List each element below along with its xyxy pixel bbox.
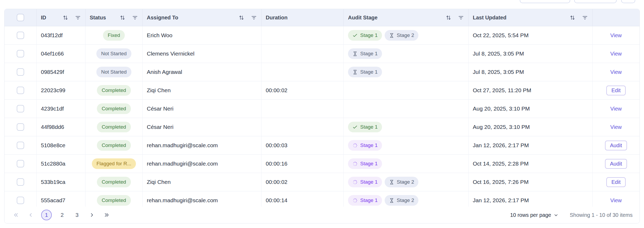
status-badge: Flagged for R...	[92, 158, 136, 169]
next-page-button[interactable]	[87, 210, 96, 219]
toolbar-button-3[interactable]	[621, 0, 635, 3]
filter-icon[interactable]	[582, 15, 588, 21]
select-all-checkbox[interactable]	[17, 14, 24, 21]
page-button-1[interactable]: 1	[41, 210, 52, 220]
cell-audit-stage: Stage 1	[344, 118, 469, 136]
filter-icon[interactable]	[75, 15, 81, 21]
view-link[interactable]: View	[610, 51, 622, 57]
status-badge: Fixed	[103, 30, 125, 41]
cell-last-updated: Aug 20, 2025, 3:10 PM	[469, 100, 593, 118]
filter-icon[interactable]	[132, 15, 138, 21]
edit-button[interactable]: Edit	[606, 86, 625, 95]
sort-icon[interactable]	[62, 15, 68, 21]
status-badge: Completed	[97, 195, 131, 206]
stage-badge-in-progress: Stage 1	[348, 195, 382, 206]
filter-icon[interactable]	[458, 15, 464, 21]
stage-badge-pending: Stage 1	[348, 67, 382, 77]
table-row: 043f12df Fixed Erich Woo Stage 1 Stage 2…	[5, 26, 639, 45]
view-link[interactable]: View	[610, 106, 622, 112]
cell-assigned-to: Clemens Viernickel	[143, 45, 261, 63]
cell-duration: 00:00:16	[261, 155, 344, 173]
cell-assigned-to: Anish Agrawal	[143, 63, 261, 81]
hourglass-icon	[389, 198, 394, 203]
status-badge: Not Started	[96, 67, 131, 77]
cell-duration	[261, 100, 344, 118]
rows-per-page-label: 10 rows per page	[510, 212, 551, 218]
column-label-last-updated: Last Updated	[473, 15, 506, 21]
sort-icon[interactable]	[238, 15, 244, 21]
stage-badge-in-progress: Stage 1	[348, 158, 382, 169]
row-checkbox[interactable]	[17, 50, 24, 57]
cell-duration	[261, 45, 344, 63]
status-badge: Completed	[97, 122, 131, 132]
row-checkbox[interactable]	[17, 123, 24, 131]
page-button-2[interactable]: 2	[58, 210, 67, 219]
check-icon	[352, 124, 358, 130]
sort-icon[interactable]	[569, 15, 576, 21]
cell-duration	[261, 63, 344, 81]
row-checkbox[interactable]	[17, 32, 24, 39]
stage-badge-done: Stage 1	[348, 122, 382, 132]
filter-icon[interactable]	[251, 15, 257, 21]
cell-audit-stage	[344, 81, 469, 99]
status-badge: Completed	[97, 140, 131, 151]
cell-id: 51c2880a	[37, 155, 85, 173]
stage-badge-done: Stage 1	[348, 30, 382, 41]
page-button-3[interactable]: 3	[72, 210, 81, 219]
status-badge: Completed	[97, 103, 131, 114]
cell-audit-stage: Stage 1	[344, 136, 469, 154]
rows-per-page-select[interactable]: 10 rows per page	[510, 212, 559, 218]
cell-assigned-to: Erich Woo	[143, 26, 261, 44]
stage-badge-pending: Stage 1	[348, 48, 382, 59]
row-checkbox[interactable]	[17, 68, 24, 76]
stage-badge-pending: Stage 2	[385, 30, 419, 41]
hourglass-icon	[389, 33, 394, 38]
table-row: 0985429f Not Started Anish Agrawal Stage…	[5, 63, 639, 81]
column-label-id: ID	[41, 15, 46, 21]
row-checkbox[interactable]	[17, 197, 24, 204]
column-header-last-updated: Last Updated	[469, 9, 593, 26]
view-link[interactable]: View	[610, 69, 622, 75]
cell-assigned-to: rehan.madhugiri@scale.com	[143, 155, 261, 173]
table-row: 04ef1c66 Not Started Clemens Viernickel …	[5, 45, 639, 63]
audit-button[interactable]: Audit	[605, 141, 627, 150]
sort-icon[interactable]	[445, 15, 452, 21]
column-label-duration: Duration	[266, 15, 287, 21]
row-checkbox[interactable]	[17, 87, 24, 94]
cell-duration	[261, 26, 344, 44]
row-checkbox[interactable]	[17, 105, 24, 112]
spinner-dots-icon	[352, 198, 358, 203]
cell-audit-stage: Stage 1 Stage 2	[344, 173, 469, 191]
table-row: 4239c1df Completed César Neri Aug 20, 20…	[5, 100, 639, 118]
toolbar-button-2[interactable]	[574, 0, 617, 3]
table-row: 44f98dd6 Completed César Neri Stage 1 Au…	[5, 118, 639, 136]
cell-id: 44f98dd6	[37, 118, 85, 136]
first-page-button[interactable]	[11, 210, 20, 219]
row-checkbox[interactable]	[17, 178, 24, 186]
edit-button[interactable]: Edit	[606, 177, 625, 187]
row-checkbox[interactable]	[17, 142, 24, 149]
column-label-audit-stage: Audit Stage	[348, 15, 377, 21]
cell-assigned-to: Ziqi Chen	[143, 173, 261, 191]
last-page-button[interactable]	[102, 210, 111, 219]
cell-audit-stage: Stage 1	[344, 63, 469, 81]
view-link[interactable]: View	[610, 32, 622, 39]
spinner-dots-icon	[352, 161, 358, 167]
double-chevron-right-icon	[104, 212, 110, 218]
table-row: 22023c99 Completed Ziqi Chen 00:00:02 Oc…	[5, 81, 639, 100]
sort-icon[interactable]	[119, 15, 126, 21]
cell-last-updated: Aug 20, 2025, 3:10 PM	[469, 118, 593, 136]
audit-button[interactable]: Audit	[605, 159, 627, 169]
view-link[interactable]: View	[610, 197, 622, 204]
cell-last-updated: Oct 22, 2025, 5:54 PM	[469, 26, 593, 44]
cell-last-updated: Oct 27, 2025, 11:20 PM	[469, 81, 593, 99]
row-checkbox[interactable]	[17, 160, 24, 167]
view-link[interactable]: View	[610, 124, 622, 130]
cell-assigned-to: César Neri	[143, 118, 261, 136]
cell-last-updated: Jul 8, 2025, 3:05 PM	[469, 45, 593, 63]
toolbar-button-1[interactable]	[520, 0, 570, 3]
table-row: 51c2880a Flagged for R... rehan.madhugir…	[5, 155, 639, 173]
status-badge: Not Started	[96, 48, 131, 59]
previous-page-button[interactable]	[26, 210, 35, 219]
stage-badge-in-progress: Stage 1	[348, 140, 382, 151]
